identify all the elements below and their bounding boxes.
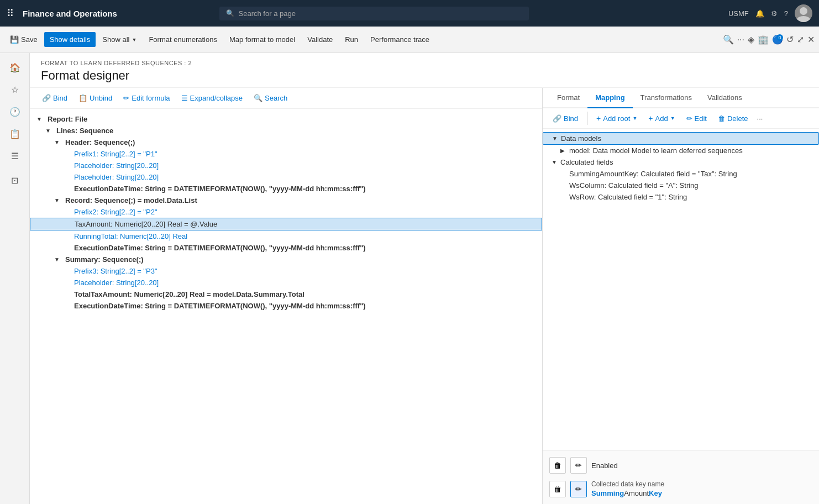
expand-icon: ☰ [181, 94, 188, 102]
map-format-to-model-button[interactable]: Map format to model [224, 32, 301, 47]
tree-item-execdate2[interactable]: ExecutionDateTime: String = DATETIMEFORM… [30, 242, 542, 254]
tree-item-execdate3[interactable]: ExecutionDateTime: String = DATETIMEFORM… [30, 300, 542, 312]
component-icon[interactable]: ◈ [748, 34, 754, 45]
sidebar-list-icon[interactable]: ☰ [5, 146, 25, 166]
grid-icon[interactable]: ⠿ [7, 7, 14, 19]
dt-item-summing[interactable]: SummingAmountKey: Calculated field = "Ta… [543, 168, 819, 180]
enabled-label: Enabled [591, 461, 618, 470]
dt-label: Data models [561, 134, 601, 143]
add-button[interactable]: + Add ▼ [644, 112, 679, 125]
dt-item-calculated[interactable]: ▼Calculated fields [543, 156, 819, 168]
sidebar-star-icon[interactable]: ☆ [5, 80, 25, 99]
avatar[interactable] [795, 4, 812, 22]
tree-item-execdate1[interactable]: ExecutionDateTime: String = DATETIMEFORM… [30, 183, 542, 195]
sidebar-recent-icon[interactable]: 🕐 [5, 102, 25, 122]
save-icon: 💾 [10, 35, 19, 44]
edit-icon: ✏ [123, 94, 129, 102]
expand-icon[interactable]: ⤢ [797, 34, 804, 45]
run-button[interactable]: Run [339, 32, 364, 47]
collected-edit-btn[interactable]: ✏ [570, 481, 587, 497]
tree-item-taxamount[interactable]: TaxAmount: Numeric[20..20] Real = @.Valu… [30, 218, 542, 230]
link-icon: 🔗 [553, 114, 561, 123]
notification-icon[interactable]: 🔔 [755, 9, 764, 18]
tree-arrow: ▼ [54, 256, 63, 262]
tree-item-totaltax[interactable]: TotalTaxAmount: Numeric[20..20] Real = m… [30, 288, 542, 300]
format-tree: ▼Report: File▼Lines: Sequence▼Header: Se… [30, 109, 542, 504]
edit-formula-button[interactable]: ✏ Edit formula [118, 91, 175, 105]
collected-key-value: SummingAmountKey [591, 489, 664, 497]
right-panel: FormatMappingTransformationsValidations … [543, 88, 819, 504]
tree-item-lines[interactable]: ▼Lines: Sequence [30, 125, 542, 136]
left-panel: 🔗 Bind 📋 Unbind ✏ Edit formula ☰ Expand/… [30, 88, 543, 504]
delete-icon: 🗑 [718, 114, 725, 123]
sidebar-home-icon[interactable]: 🏠 [5, 57, 25, 77]
search-toolbar-icon[interactable]: 🔍 [723, 34, 734, 45]
search-button[interactable]: 🔍 Search [248, 91, 293, 105]
tab-validations[interactable]: Validations [700, 88, 750, 108]
right-bind-button[interactable]: 🔗 Bind [548, 112, 582, 125]
format-enumerations-button[interactable]: Format enumerations [143, 32, 223, 47]
tree-label: Placeholder: String[20..20] [72, 278, 161, 287]
key-part1: Summing [591, 489, 624, 497]
dt-label: WsColumn: Calculated field = "A": String [569, 181, 699, 190]
more-icon[interactable]: ··· [737, 35, 744, 45]
close-icon[interactable]: ✕ [807, 34, 815, 45]
enabled-delete-btn[interactable]: 🗑 [549, 457, 566, 474]
tree-item-placeholder3[interactable]: Placeholder: String[20..20] [30, 277, 542, 288]
enabled-edit-btn[interactable]: ✏ [570, 457, 587, 474]
search-icon: 🔍 [226, 9, 234, 17]
save-button[interactable]: 💾 Save [4, 32, 43, 47]
edit-button[interactable]: ✏ Edit [682, 112, 711, 125]
top-navigation: ⠿ Finance and Operations 🔍 Search for a … [0, 0, 819, 27]
svg-point-1 [797, 16, 810, 22]
unbind-button[interactable]: 📋 Unbind [73, 91, 118, 105]
tree-item-placeholder2[interactable]: Placeholder: String[20..20] [30, 171, 542, 183]
collected-delete-btn[interactable]: 🗑 [549, 481, 566, 497]
sidebar: 🏠 ☆ 🕐 📋 ☰ ⊡ [0, 53, 30, 504]
dt-label: WsRow: Calculated field = "1": String [569, 193, 687, 201]
tree-label: ExecutionDateTime: String = DATETIMEFORM… [72, 243, 368, 253]
performance-trace-button[interactable]: Performance trace [365, 32, 435, 47]
add-root-button[interactable]: + Add root ▼ [592, 112, 642, 125]
tree-item-prefix3[interactable]: Prefix3: String[2..2] = "P3" [30, 265, 542, 277]
top-right-icons: USMF 🔔 ⚙ ? [728, 4, 812, 22]
show-all-button[interactable]: Show all ▼ [97, 32, 142, 47]
sidebar-workspace-icon[interactable]: 📋 [5, 124, 25, 144]
tree-item-record[interactable]: ▼Record: Sequence(;) = model.Data.List [30, 195, 542, 206]
tree-item-placeholder1[interactable]: Placeholder: String[20..20] [30, 160, 542, 171]
badge-icon[interactable]: 🔵0 [772, 34, 783, 45]
delete-button[interactable]: 🗑 Delete [713, 112, 753, 125]
tree-item-prefix2[interactable]: Prefix2: String[2..2] = "P2" [30, 206, 542, 218]
expand-collapse-button[interactable]: ☰ Expand/collapse [176, 91, 248, 105]
tree-item-header[interactable]: ▼Header: Sequence(;) [30, 136, 542, 148]
page-title: Format designer [41, 69, 808, 83]
key-part2: Amount [624, 489, 649, 497]
sidebar-filter-icon[interactable]: ⊡ [5, 170, 25, 190]
key-part3: Key [649, 489, 662, 497]
dt-item-model[interactable]: ▶model: Data model Model to learn deferr… [543, 145, 819, 156]
dt-item-wscolumn[interactable]: WsColumn: Calculated field = "A": String [543, 180, 819, 191]
tree-item-report[interactable]: ▼Report: File [30, 113, 542, 125]
more-options-icon[interactable]: ··· [757, 114, 763, 123]
tree-item-summary[interactable]: ▼Summary: Sequence(;) [30, 254, 542, 265]
tab-format[interactable]: Format [549, 88, 587, 108]
plus-icon: + [648, 114, 653, 123]
refresh-icon[interactable]: ↺ [786, 34, 794, 45]
tab-transformations[interactable]: Transformations [633, 88, 700, 108]
office-icon[interactable]: 🏢 [758, 34, 769, 45]
global-search-bar[interactable]: 🔍 Search for a page [219, 7, 529, 20]
settings-icon[interactable]: ⚙ [771, 9, 778, 18]
tree-item-runningtotal[interactable]: RunningTotal: Numeric[20..20] Real [30, 230, 542, 242]
tab-mapping[interactable]: Mapping [587, 88, 632, 108]
main-content: FORMAT TO LEARN DEFERRED SEQUENCES : 2 F… [30, 53, 819, 504]
content-area: 🔗 Bind 📋 Unbind ✏ Edit formula ☰ Expand/… [30, 88, 819, 504]
tree-label: Placeholder: String[20..20] [72, 172, 161, 182]
bind-button[interactable]: 🔗 Bind [36, 91, 73, 105]
show-details-button[interactable]: Show details [44, 32, 96, 47]
help-icon[interactable]: ? [784, 9, 788, 18]
dt-item-wsrow[interactable]: WsRow: Calculated field = "1": String [543, 191, 819, 203]
tree-label: ExecutionDateTime: String = DATETIMEFORM… [72, 301, 368, 311]
tree-item-prefix1[interactable]: Prefix1: String[2..2] = "P1" [30, 148, 542, 160]
dt-item-data_models[interactable]: ▼Data models [543, 132, 819, 145]
validate-button[interactable]: Validate [302, 32, 338, 47]
